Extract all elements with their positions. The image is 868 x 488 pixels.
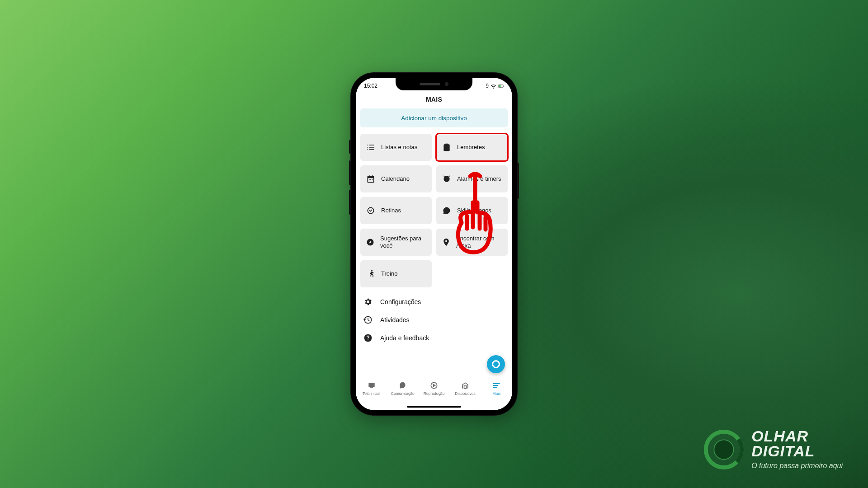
tile-rotinas[interactable]: Rotinas [360, 197, 432, 224]
calendar-icon [366, 174, 376, 183]
nav-play[interactable]: Reprodução [420, 381, 448, 396]
row-ajuda[interactable]: Ajuda e feedback [363, 333, 505, 343]
nav-mais[interactable]: Mais [482, 381, 510, 396]
tile-label: Treino [381, 270, 397, 277]
app-header: MAIS [356, 91, 512, 108]
devices-icon [461, 381, 470, 390]
nav-label: Comunicação [391, 391, 415, 396]
nav-label: Reprodução [424, 391, 444, 396]
svg-rect-2 [499, 85, 500, 86]
olhar-digital-watermark: OLHAR DIGITAL O futuro passa primeiro aq… [703, 429, 843, 470]
alarm-icon [442, 174, 452, 183]
tile-grid: Listas e notas Lembretes Calendário [360, 134, 508, 287]
tile-sugestoes[interactable]: Sugestões para você [360, 229, 432, 256]
chat-bubble-icon [398, 381, 407, 390]
wifi-icon [491, 83, 496, 89]
home-icon [367, 381, 376, 390]
svg-point-5 [371, 270, 373, 272]
row-label: Configurações [380, 298, 421, 305]
nav-home[interactable]: Tela inicial [358, 381, 386, 396]
tile-alarmes[interactable]: Alarmes e timers [436, 165, 508, 192]
svg-rect-1 [503, 85, 504, 86]
settings-list: Configurações Atividades Ajuda e feedbac… [360, 296, 508, 344]
watermark-line2: DIGITAL [751, 444, 843, 458]
tile-label: Sugestões para você [380, 235, 426, 250]
nav-communication[interactable]: Comunicação [389, 381, 417, 396]
svg-rect-11 [464, 386, 467, 389]
battery-icon [498, 83, 504, 89]
list-icon [366, 143, 376, 152]
play-icon [429, 381, 439, 390]
nav-devices[interactable]: Dispositivos [451, 381, 479, 396]
home-indicator [407, 406, 461, 408]
nav-label: Dispositivos [455, 391, 475, 396]
tile-label: Alarmes e timers [457, 175, 501, 183]
status-time: 15:02 [364, 83, 377, 89]
watermark-tagline: O futuro passa primeiro aqui [751, 462, 843, 470]
bottom-nav: Tela inicial Comunicação Reprodução Disp… [356, 377, 512, 410]
olhar-digital-logo-icon [703, 429, 744, 470]
chat-icon [442, 206, 452, 215]
row-configuracoes[interactable]: Configurações [363, 297, 505, 306]
alexa-ring-icon [492, 360, 500, 368]
tile-encontrar[interactable]: Encontrar com Alexa [436, 229, 508, 256]
phone-screen: 15:02 9 MAIS Adicionar um dispositivo Li… [356, 78, 512, 410]
phone-frame: 15:02 9 MAIS Adicionar um dispositivo Li… [350, 72, 518, 416]
watermark-line1: OLHAR [751, 429, 843, 443]
tile-label: Encontrar com Alexa [456, 235, 502, 250]
tile-label: Listas e notas [381, 144, 417, 151]
nav-label: Tela inicial [363, 391, 380, 396]
status-icons: 9 [486, 83, 504, 89]
tile-label: Rotinas [381, 207, 401, 214]
row-label: Atividades [380, 316, 410, 324]
svg-point-7 [368, 339, 368, 340]
alexa-fab-button[interactable] [487, 355, 505, 373]
tile-treino[interactable]: Treino [360, 260, 432, 287]
tile-label: Lembretes [457, 144, 485, 151]
status-signal-num: 9 [486, 83, 489, 89]
tile-calendario[interactable]: Calendário [360, 165, 432, 192]
menu-icon [491, 381, 501, 390]
tile-lembretes[interactable]: Lembretes [436, 134, 508, 161]
compass-icon [366, 238, 375, 247]
svg-rect-9 [370, 387, 373, 388]
history-icon [363, 315, 373, 324]
gear-icon [363, 297, 373, 306]
tile-label: Calendário [381, 175, 410, 183]
tile-skills[interactable]: Skills e jogos [436, 197, 508, 224]
phone-notch [396, 78, 472, 90]
clipboard-check-icon [442, 143, 452, 152]
routine-icon [366, 206, 376, 215]
nav-label: Mais [492, 391, 500, 396]
svg-rect-8 [368, 383, 374, 387]
add-device-label: Adicionar um dispositivo [401, 115, 467, 122]
page-title: MAIS [356, 96, 512, 103]
add-device-button[interactable]: Adicionar um dispositivo [360, 108, 508, 127]
row-label: Ajuda e feedback [380, 334, 429, 342]
row-atividades[interactable]: Atividades [363, 315, 505, 324]
tile-listas-notas[interactable]: Listas e notas [360, 134, 432, 161]
help-icon [363, 333, 373, 343]
run-icon [366, 269, 376, 278]
location-icon [442, 238, 451, 247]
tile-label: Skills e jogos [457, 207, 491, 214]
